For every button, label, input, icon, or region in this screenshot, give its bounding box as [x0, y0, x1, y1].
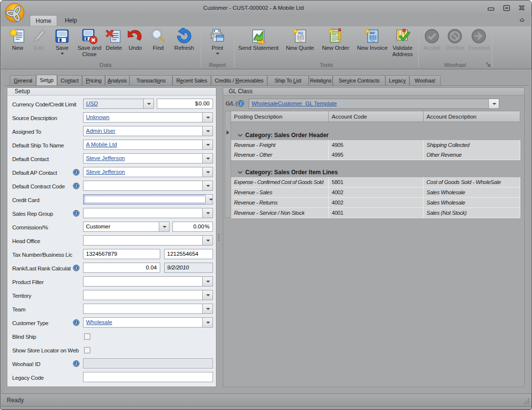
svg-text:NV: NV	[370, 31, 375, 35]
svg-text:SQ: SQ	[298, 31, 303, 35]
